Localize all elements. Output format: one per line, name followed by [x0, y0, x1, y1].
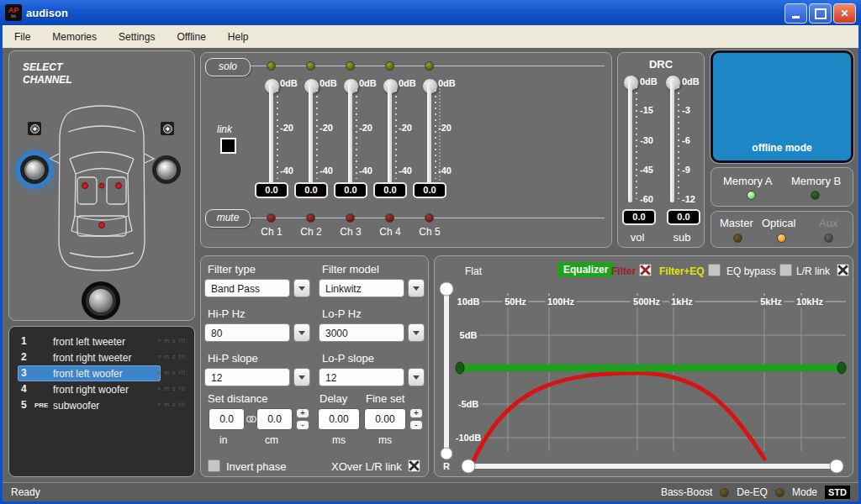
eq-curve-left-handle[interactable] — [456, 362, 464, 374]
drc-sub-label: sub — [667, 231, 697, 244]
filter-model-label: Filter model — [322, 263, 379, 276]
solo-button[interactable]: solo — [205, 58, 251, 76]
speaker-front-right-woofer[interactable] — [152, 155, 181, 184]
fader-track-ch2[interactable] — [309, 85, 313, 184]
menu-file[interactable]: File — [14, 31, 30, 43]
solo-led-ch3[interactable] — [346, 61, 355, 71]
channel-row-4[interactable]: 4 front right woofer ≡ m s flt — [13, 381, 191, 397]
dropdown-arrow-icon[interactable] — [408, 279, 425, 297]
bass-boost-led[interactable] — [720, 488, 729, 497]
fader-value-ch3: 0.0 — [334, 182, 367, 198]
mode-value-badge: STD — [825, 486, 850, 499]
scale-0db: 0dB — [438, 78, 456, 88]
drc-vol-tick: -30 — [640, 135, 653, 145]
drc-sub-track[interactable] — [670, 81, 674, 202]
dropdown-arrow-icon[interactable] — [408, 368, 425, 386]
lop-slope-dropdown[interactable]: 12 — [319, 368, 425, 386]
optical-led[interactable] — [777, 234, 786, 243]
fader-ticks — [316, 90, 318, 179]
channel-label-ch3: Ch 3 — [331, 226, 370, 238]
mute-led-ch4[interactable] — [385, 213, 394, 223]
speaker-subwoofer[interactable] — [82, 281, 120, 320]
menu-settings[interactable]: Settings — [119, 31, 155, 43]
channel-list: 1 front left tweeter ≡ m s flt 2 front r… — [8, 326, 195, 477]
solo-led-ch1[interactable] — [267, 61, 276, 71]
channel-label-ch4: Ch 4 — [371, 226, 409, 238]
fader-track-ch3[interactable] — [348, 85, 352, 184]
maximize-button[interactable] — [809, 3, 832, 24]
fader-track-ch4[interactable] — [388, 85, 392, 184]
drc-vol-value: 0.0 — [622, 209, 656, 225]
lop-hz-dropdown[interactable]: 3000 — [319, 323, 425, 342]
link-checkbox[interactable] — [220, 138, 236, 154]
gain-slider-handle[interactable] — [440, 282, 453, 296]
distance-in-input[interactable]: 0.0 — [209, 408, 245, 430]
eq-bypass-checkbox[interactable] — [779, 264, 792, 276]
speaker-front-left-tweeter[interactable] — [28, 122, 41, 135]
fader-track-ch5[interactable] — [427, 85, 431, 184]
menu-help[interactable]: Help — [228, 31, 249, 43]
menu-offline[interactable]: Offline — [177, 31, 205, 43]
filter-eq-checkbox[interactable] — [708, 264, 721, 276]
memory-b-led[interactable] — [811, 191, 820, 200]
close-button[interactable]: ✕ — [833, 3, 856, 24]
eq-curve-right-handle[interactable] — [837, 362, 846, 374]
dropdown-arrow-icon[interactable] — [408, 323, 425, 342]
filter-type-dropdown[interactable]: Band Pass — [204, 279, 310, 297]
aux-led[interactable] — [824, 234, 833, 243]
channel-row-3-selected[interactable]: 3 front left woofer ≡ m s flt — [13, 365, 191, 381]
channel-flags: ≡ m s flt — [157, 370, 186, 375]
fine-plus-button[interactable]: + — [409, 408, 423, 418]
drc-sub-tick: -12 — [682, 194, 695, 204]
delay-label: Delay — [320, 392, 347, 405]
speaker-front-right-tweeter[interactable] — [161, 122, 174, 135]
mode-label: Mode — [792, 486, 817, 498]
eq-response-graph[interactable]: 10dB 5dB -5dB -10dB 50Hz 100Hz 500Hz 1kH… — [435, 278, 854, 478]
menu-memories[interactable]: Memories — [52, 31, 97, 43]
solo-led-ch2[interactable] — [306, 61, 315, 71]
lr-link-checkbox[interactable] — [837, 264, 849, 276]
de-eq-led[interactable] — [775, 488, 784, 497]
memory-a-led[interactable] — [747, 191, 756, 200]
distance-minus-button[interactable]: - — [296, 420, 309, 430]
fine-minus-button[interactable]: - — [409, 420, 423, 430]
hip-hz-dropdown[interactable]: 80 — [204, 323, 310, 342]
equalizer-panel: Flat Equalizer Filter Filter+EQ EQ bypas… — [434, 255, 853, 477]
mute-led-ch3[interactable] — [346, 213, 355, 223]
channel-number: 3 — [21, 367, 27, 379]
hip-slope-dropdown[interactable]: 12 — [204, 368, 310, 386]
mute-led-ch2[interactable] — [306, 213, 315, 223]
filter-model-dropdown[interactable]: Linkwitz — [319, 279, 425, 297]
fine-set-input[interactable]: 0.00 — [364, 408, 406, 430]
drc-vol-track[interactable] — [628, 81, 632, 202]
freq-slider-right-handle[interactable] — [830, 459, 843, 473]
fader-ch2: 0dB -20 -40 0.0 Ch 2 — [292, 53, 330, 249]
invert-phase-checkbox[interactable] — [208, 459, 220, 472]
master-led[interactable] — [733, 234, 742, 243]
filter-checkbox[interactable] — [639, 264, 652, 276]
freq-slider-left-handle[interactable] — [462, 459, 475, 473]
lop-slope-value: 12 — [319, 368, 404, 386]
speaker-front-left-woofer[interactable] — [20, 155, 49, 184]
xover-lr-link-checkbox[interactable] — [408, 459, 420, 472]
distance-cm-input[interactable]: 0.0 — [256, 408, 293, 430]
optical-label: Optical — [762, 217, 795, 229]
solo-led-ch4[interactable] — [385, 61, 394, 71]
distance-plus-button[interactable]: + — [296, 408, 309, 418]
mute-led-ch5[interactable] — [425, 213, 434, 223]
dropdown-arrow-icon[interactable] — [293, 279, 310, 297]
dropdown-arrow-icon[interactable] — [293, 368, 310, 386]
equalizer-button[interactable]: Equalizer — [557, 262, 614, 277]
channel-row-1[interactable]: 1 front left tweeter ≡ m s flt — [13, 333, 191, 349]
channel-name: subwoofer — [53, 400, 99, 412]
fader-track-ch1[interactable] — [269, 85, 273, 184]
solo-led-ch5[interactable] — [425, 61, 434, 71]
minimize-button[interactable] — [784, 3, 807, 24]
channel-row-5[interactable]: 5 PRE subwoofer ≡ m s flt — [13, 397, 191, 413]
mute-led-ch1[interactable] — [267, 213, 276, 223]
dropdown-arrow-icon[interactable] — [293, 323, 310, 342]
mute-button[interactable]: mute — [205, 209, 251, 228]
channel-row-2[interactable]: 2 front right tweeter ≡ m s flt — [13, 349, 191, 365]
delay-input[interactable]: 0.00 — [318, 408, 360, 430]
unit-in-label: in — [219, 434, 227, 446]
